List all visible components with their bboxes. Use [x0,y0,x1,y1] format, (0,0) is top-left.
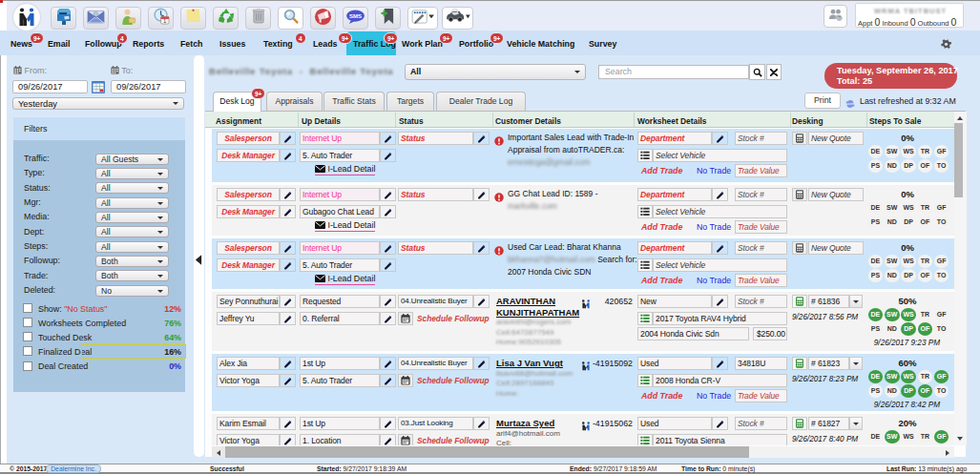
svg-text:SMS: SMS [349,12,362,19]
svg-text:@: @ [94,12,98,17]
svg-text:1: 1 [163,18,166,24]
